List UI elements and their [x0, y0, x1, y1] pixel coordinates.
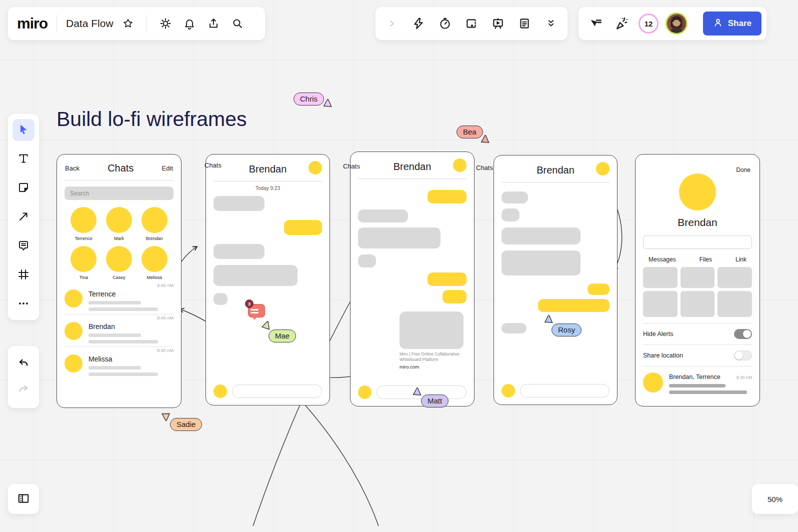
back-button[interactable]: Chats: [343, 162, 360, 170]
back-button[interactable]: Back: [65, 164, 80, 172]
undo-button[interactable]: [12, 353, 34, 375]
miro-logo[interactable]: miro: [17, 15, 48, 32]
tool-frame[interactable]: [12, 264, 34, 286]
divider: [64, 180, 174, 180]
notes-button[interactable]: [515, 14, 534, 33]
timer-button[interactable]: [436, 14, 454, 33]
wireframe-chat-c[interactable]: Brendan: [494, 155, 618, 405]
search-icon: [232, 18, 244, 30]
expand-toolbar-button[interactable]: [382, 14, 402, 33]
more-tools-button[interactable]: [542, 14, 560, 33]
edit-button[interactable]: Edit: [162, 164, 173, 172]
hide-alerts-toggle[interactable]: [734, 329, 752, 339]
favorite-star-button[interactable]: [118, 14, 138, 33]
tab-messages[interactable]: Messages: [648, 256, 676, 263]
media-placeholder: [643, 291, 678, 317]
message-bubble: [502, 228, 580, 244]
tool-comment[interactable]: [12, 235, 34, 257]
conversation-row[interactable]: 9:40 AM Terrence: [64, 282, 174, 311]
conversation-row[interactable]: 9:40 AM Melissa: [64, 346, 174, 376]
setting-label: Share location: [643, 352, 683, 359]
message-bubble: [214, 196, 264, 211]
rosy-cursor-icon: [544, 315, 554, 326]
tool-select[interactable]: [12, 119, 34, 141]
board-title[interactable]: Data Flow: [66, 18, 114, 30]
follow-cursor-button[interactable]: [586, 14, 606, 33]
participants-count-badge[interactable]: 12: [638, 14, 658, 34]
zoom-control[interactable]: 50%: [752, 484, 798, 514]
ellipsis-icon: [18, 298, 30, 311]
share-button[interactable]: Share: [703, 12, 762, 36]
canvas-title[interactable]: Build lo-fi wireframes: [56, 108, 247, 131]
present-button[interactable]: [488, 14, 508, 33]
contact[interactable]: Casey: [106, 246, 132, 280]
search-button[interactable]: [228, 14, 247, 33]
conversation-name: Melissa: [88, 355, 174, 363]
conversation-time: 9:40 AM: [64, 348, 174, 354]
tab-files[interactable]: Files: [700, 256, 712, 263]
bell-icon: [184, 18, 196, 30]
avatar: [106, 207, 132, 233]
tab-link[interactable]: Link: [736, 256, 746, 263]
profile-input[interactable]: [643, 236, 752, 249]
share-location-toggle[interactable]: [734, 350, 752, 360]
media-placeholder: [643, 267, 678, 288]
contact[interactable]: Melissa: [142, 246, 168, 280]
text-icon: [18, 152, 30, 166]
tool-arrow[interactable]: [12, 206, 34, 228]
back-button[interactable]: Chats: [476, 164, 493, 172]
automation-button[interactable]: [409, 14, 428, 33]
reactions-button[interactable]: [612, 14, 632, 33]
message-area: [494, 182, 617, 334]
chat-title: Brendan: [394, 161, 432, 172]
message-bubble: [502, 323, 526, 334]
wireframe-profile[interactable]: Done Brendan Messages Files Link Hide Al…: [635, 154, 760, 406]
message-input[interactable]: [520, 384, 610, 398]
media-grid: [643, 288, 752, 317]
avatar: [70, 207, 96, 233]
comment-thread[interactable]: 3: [246, 301, 266, 321]
avatar: [502, 384, 515, 398]
back-button[interactable]: Chats: [204, 162, 222, 169]
notifications-button[interactable]: [180, 14, 199, 33]
wireframe-chat-list[interactable]: Back Chats Edit Terrence Mark Brendan Ti…: [56, 154, 182, 408]
star-icon: [122, 18, 134, 29]
contact[interactable]: Mark: [106, 207, 132, 241]
stopwatch-icon: [438, 17, 452, 30]
user-avatar[interactable]: [666, 12, 688, 34]
done-button[interactable]: Done: [736, 166, 750, 174]
contact[interactable]: Brendan: [142, 207, 168, 241]
text-placeholder: [88, 372, 158, 376]
tool-text[interactable]: [12, 148, 34, 170]
tool-sticky-note[interactable]: [12, 177, 34, 199]
text-placeholder: [88, 334, 141, 337]
settings-button[interactable]: [156, 14, 175, 33]
chris-cursor-icon: [322, 99, 334, 110]
setting-share-location: Share location: [643, 345, 752, 366]
conversation-row[interactable]: Brendan, Terrence 9:40 AM: [643, 372, 752, 394]
card-button[interactable]: [462, 14, 481, 33]
wireframe-chat-a[interactable]: Brendan Today 9:23: [206, 154, 330, 406]
avatar: [106, 246, 132, 272]
tool-more[interactable]: [12, 293, 34, 315]
search-input[interactable]: [64, 186, 174, 200]
redo-button[interactable]: [12, 379, 34, 401]
contact[interactable]: Tina: [70, 246, 96, 280]
presentation-easel-icon: [492, 17, 504, 30]
conversation-row[interactable]: 9:40 AM Brendan: [64, 314, 174, 344]
compose-bar: [502, 384, 610, 398]
toggle-knob: [735, 352, 743, 360]
contact-name: Tina: [80, 275, 88, 280]
profile-tabs: Messages Files Link: [636, 249, 760, 267]
message-input[interactable]: [232, 384, 322, 398]
link-preview-meta: Miro | Free Online Collaborative Whitebo…: [400, 352, 464, 370]
frames-panel-button[interactable]: [12, 488, 34, 510]
message-bubble: [358, 254, 376, 268]
contact[interactable]: Terrence: [70, 207, 96, 241]
text-placeholder: [88, 366, 141, 370]
lightning-icon: [412, 17, 425, 30]
wireframe-chat-b[interactable]: Brendan Miro | Free Online Collaborative…: [350, 152, 474, 406]
export-button[interactable]: [204, 14, 223, 33]
collaborator-cursor-sadie: Sadie: [170, 418, 202, 431]
avatar: [214, 384, 227, 398]
